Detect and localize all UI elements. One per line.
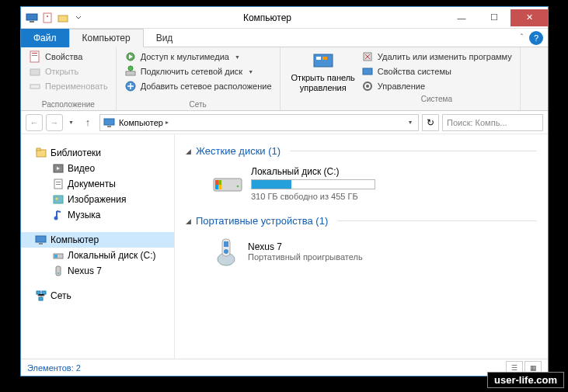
svg-rect-2 [44,13,51,23]
svg-rect-24 [37,148,40,151]
addlocation-icon [124,80,137,92]
search-input[interactable]: Поиск: Компь... [442,114,543,131]
device-nexus[interactable]: Nexus 7 Портативный проигрыватель [186,230,537,275]
harddrive-icon [212,166,243,194]
ribbon-group-label: Система [360,93,514,103]
svg-rect-15 [316,57,321,60]
tree-nexus[interactable]: Nexus 7 [21,263,174,279]
ribbon-manage[interactable]: Управление [360,79,514,93]
tree-pictures[interactable]: Изображения [21,192,174,207]
pictures-icon [52,193,64,206]
qat-dropdown-icon[interactable] [72,12,85,24]
chevron-right-icon[interactable]: ▸ [166,119,169,126]
svg-rect-11 [126,71,135,75]
svg-rect-21 [104,119,114,125]
tab-computer[interactable]: Компьютер [69,29,144,47]
tab-file[interactable]: Файл [21,29,69,47]
svg-point-20 [366,85,369,88]
svg-rect-32 [36,236,46,242]
computer-icon [35,234,47,246]
ribbon-open: Открыть [27,64,110,78]
tree-network[interactable]: Сеть [21,288,174,304]
manage-icon [361,80,374,92]
device-icon [52,265,64,277]
ribbon-group-network: Доступ к мультимедиа ▼ Подключить сетево… [117,47,281,110]
group-hard-drives[interactable]: ◢ Жесткие диски (1) [186,142,537,160]
ribbon-add-location[interactable]: Добавить сетевое расположение [123,79,274,93]
sysprops-icon [361,65,374,78]
minimize-button[interactable]: — [445,9,478,26]
back-button[interactable]: ← [26,114,43,131]
properties-icon [29,50,41,63]
breadcrumb-computer[interactable]: Компьютер▸ [119,118,169,127]
svg-rect-39 [42,291,46,294]
collapse-ribbon-icon[interactable]: ˆ [521,33,523,42]
tree-videos[interactable]: Видео [21,161,174,176]
tree-libraries[interactable]: Библиотеки [21,145,174,161]
refresh-button[interactable]: ↻ [422,114,439,131]
libraries-icon [35,147,47,159]
item-count: Элементов: 2 [27,363,81,373]
svg-rect-40 [39,297,43,300]
chevron-down-icon: ▼ [248,69,253,75]
ribbon-properties[interactable]: Свойства [27,50,110,64]
drive-name: Локальный диск (C:) [251,166,537,177]
ribbon-media-access[interactable]: Доступ к мультимедиа ▼ [123,50,274,64]
qat-computer-icon[interactable] [26,12,38,24]
svg-rect-27 [56,182,61,182]
ribbon-group-label: Расположение [27,99,110,109]
svg-rect-38 [37,291,40,294]
controlpanel-icon [311,53,336,71]
ribbon-map-drive[interactable]: Подключить сетевой диск ▼ [123,64,274,78]
maximize-button[interactable]: ☐ [478,9,511,26]
tree-music[interactable]: Музыка [21,207,174,223]
svg-rect-4 [58,16,68,22]
qat-props-icon[interactable] [41,12,54,24]
drive-localdisk[interactable]: Локальный диск (C:) 310 ГБ свободно из 4… [186,160,537,212]
address-bar[interactable]: Компьютер▸ ▾ [99,114,419,131]
ribbon-uninstall[interactable]: Удалить или изменить программу [360,50,514,64]
svg-rect-14 [314,54,333,67]
svg-rect-8 [30,69,40,75]
help-button[interactable]: ? [529,31,543,45]
ribbon-system-props[interactable]: Свойства системы [360,64,514,78]
svg-rect-29 [54,196,63,203]
device-type: Портативный проигрыватель [248,252,363,262]
svg-rect-45 [215,185,218,189]
forward-button[interactable]: → [46,114,63,131]
ribbon-control-panel[interactable]: Открыть панель управления [287,50,360,95]
svg-rect-6 [32,53,37,54]
navigation-bar: ← → ▼ ↑ Компьютер▸ ▾ ↻ Поиск: Компь... [21,111,548,134]
svg-point-31 [54,217,58,220]
svg-rect-1 [30,21,34,23]
svg-rect-46 [218,185,221,189]
svg-rect-9 [30,85,40,88]
drive-stats: 310 ГБ свободно из 455 ГБ [251,192,537,201]
music-icon [52,209,64,221]
up-button[interactable]: ↑ [79,114,96,131]
tab-view[interactable]: Вид [144,29,186,47]
qat-newfolder-icon[interactable] [57,12,69,24]
close-button[interactable]: ✕ [511,9,548,26]
tree-computer[interactable]: Компьютер [21,232,174,248]
explorer-window: Компьютер — ☐ ✕ Файл Компьютер Вид ˆ ? С… [20,6,549,376]
svg-rect-28 [56,184,61,185]
tree-localdisk[interactable]: Локальный диск (C:) [21,248,174,263]
media-icon [124,50,137,63]
address-dropdown-icon[interactable]: ▾ [406,119,415,126]
watermark: user-life.com [487,372,564,388]
group-portable-devices[interactable]: ◢ Портативные устройства (1) [186,212,537,230]
drive-icon [52,249,64,262]
ribbon-rename: Переименовать [27,79,110,93]
history-dropdown-icon[interactable]: ▼ [66,120,76,125]
storage-bar [251,179,375,189]
documents-icon [52,178,64,190]
drive-info: Локальный диск (C:) 310 ГБ свободно из 4… [251,166,537,201]
svg-point-47 [237,186,239,188]
player-icon [212,236,240,267]
ribbon-group-label: Сеть [123,99,274,109]
tree-documents[interactable]: Документы [21,176,174,192]
main-content: ◢ Жесткие диски (1) Локальный диск (C:) … [175,134,548,359]
ribbon-tabs: Файл Компьютер Вид ˆ ? [21,29,548,47]
navigation-pane: Библиотеки Видео Документы Изображения М… [21,134,175,359]
